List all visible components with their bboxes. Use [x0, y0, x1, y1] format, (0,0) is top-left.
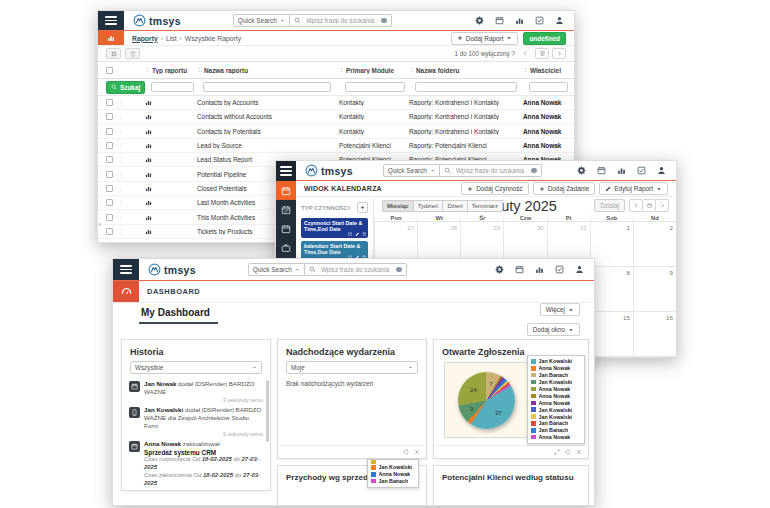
row-checkbox[interactable]: [106, 128, 113, 135]
menu-icon[interactable]: [113, 259, 139, 280]
tmsys-logo[interactable]: tmsys: [148, 263, 196, 276]
user-icon[interactable]: [657, 166, 666, 175]
view-button-terminarz[interactable]: Terminarz: [467, 200, 503, 212]
drag-handle-icon[interactable]: ⋮: [118, 171, 124, 178]
add-activity-type-button[interactable]: [357, 202, 368, 213]
column-header[interactable]: Primary Module: [336, 67, 406, 74]
search-circle-icon[interactable]: [396, 267, 402, 273]
filter-input-1[interactable]: [151, 82, 194, 92]
filter-input-5[interactable]: [529, 82, 568, 92]
filter-input-4[interactable]: [415, 82, 517, 92]
envelope-icon[interactable]: [348, 232, 353, 237]
expand-icon[interactable]: [554, 449, 560, 455]
user-icon[interactable]: [555, 16, 564, 25]
calendar-icon[interactable]: [495, 16, 504, 25]
close-icon[interactable]: [414, 449, 420, 455]
gear-icon[interactable]: [475, 16, 484, 25]
calendar-day-cell[interactable]: 8: [590, 267, 633, 311]
drag-handle-icon[interactable]: ⋮: [118, 113, 124, 120]
history-filter-select[interactable]: Wszystkie: [130, 361, 262, 374]
calendar-day-cell[interactable]: 1: [590, 222, 633, 266]
column-header[interactable]: Właściciel: [520, 67, 574, 74]
row-checkbox[interactable]: [106, 185, 113, 192]
row-checkbox[interactable]: [106, 199, 113, 206]
report-name[interactable]: Contacts by Accounts: [194, 99, 336, 106]
row-checkbox[interactable]: [106, 214, 113, 221]
refresh-icon[interactable]: [565, 449, 571, 455]
history-item[interactable]: Anna Nowak zaktualizowałSprzedaż systemu…: [129, 440, 263, 488]
tasks-icon[interactable]: [276, 219, 296, 238]
page-next-button[interactable]: [552, 48, 566, 59]
chart-icon[interactable]: [515, 16, 524, 25]
next-month-button[interactable]: [655, 199, 669, 212]
view-button-dzień[interactable]: Dzień: [442, 200, 467, 212]
report-name[interactable]: Contacts by Potentials: [194, 128, 336, 135]
row-checkbox[interactable]: [106, 142, 113, 149]
page-select-button[interactable]: [535, 48, 549, 59]
report-name[interactable]: Contacts without Accounts: [194, 113, 336, 120]
gear-icon[interactable]: [495, 265, 504, 274]
tab-my-dashboard[interactable]: My Dashboard: [141, 307, 210, 318]
drag-handle-icon[interactable]: ⋮: [118, 99, 124, 106]
table-row[interactable]: ⋮Contacts by AccountsKontaktyRaporty: Ko…: [98, 96, 574, 110]
history-item[interactable]: Jan Nowak dodał |DSRender| BARDZO WAŻNE3…: [129, 380, 263, 406]
drag-handle-icon[interactable]: ⋮: [118, 214, 124, 221]
sidebar-collapse-icon[interactable]: [98, 221, 103, 228]
today-button[interactable]: Dzisiaj: [594, 199, 625, 212]
calendar-module-icon[interactable]: [276, 181, 296, 200]
search-circle-icon[interactable]: [531, 168, 537, 174]
pencil-icon[interactable]: [355, 232, 360, 237]
sort-icon[interactable]: [523, 67, 528, 73]
page-prev-button[interactable]: [518, 48, 532, 59]
global-search-input[interactable]: [440, 164, 542, 177]
drag-handle-icon[interactable]: ⋮: [118, 128, 124, 135]
checksquare-icon[interactable]: [637, 166, 646, 175]
quick-search-select[interactable]: Quick Search: [383, 164, 440, 177]
global-search-input[interactable]: [305, 263, 407, 276]
reports-module-icon[interactable]: [98, 31, 124, 45]
add-task-button[interactable]: Dodaj Zadanie: [533, 182, 596, 195]
briefcase-icon[interactable]: [276, 238, 296, 257]
record-link[interactable]: Sprzedaż systemu CRM: [144, 449, 263, 456]
view-button-tydzień[interactable]: Tydzień: [413, 200, 444, 212]
activity-type-card[interactable]: Czynności Start Date & Time,End Date: [301, 218, 368, 238]
global-search-input[interactable]: [290, 14, 392, 27]
add-report-button[interactable]: Dodaj Raport: [451, 32, 519, 45]
chart-icon[interactable]: [617, 166, 626, 175]
undefined-button[interactable]: undefined: [523, 32, 566, 45]
events-filter-select[interactable]: Moje: [286, 361, 418, 374]
select-all-checkbox[interactable]: [106, 67, 113, 74]
refresh-icon[interactable]: [403, 449, 409, 455]
calendar-icon[interactable]: [515, 265, 524, 274]
drag-handle-icon[interactable]: ⋮: [118, 228, 124, 235]
drag-handle-icon[interactable]: ⋮: [118, 199, 124, 206]
column-header[interactable]: Nazwa folderu: [406, 67, 520, 74]
column-header[interactable]: Nazwa raportu: [194, 67, 336, 74]
trash-icon[interactable]: [362, 232, 367, 237]
row-checkbox[interactable]: [106, 99, 113, 106]
drag-handle-icon[interactable]: ⋮: [118, 142, 124, 149]
events-icon[interactable]: [276, 200, 296, 219]
table-row[interactable]: ⋮Lead by SourcePotencjalni KlienciRaport…: [98, 139, 574, 153]
column-header[interactable]: Typ raportu: [142, 67, 194, 74]
calendar-day-cell[interactable]: 15: [590, 312, 633, 356]
calendar-day-cell[interactable]: 16: [633, 312, 676, 356]
calendar-day-cell[interactable]: 9: [633, 267, 676, 311]
filter-input-2[interactable]: [203, 82, 331, 92]
add-activity-button[interactable]: Dodaj Czynność: [461, 182, 529, 195]
filter-input-3[interactable]: [345, 82, 405, 92]
checksquare-icon[interactable]: [555, 265, 564, 274]
search-circle-icon[interactable]: [381, 18, 387, 24]
row-checkbox[interactable]: [106, 156, 113, 163]
sort-icon[interactable]: [409, 67, 414, 73]
drag-handle-icon[interactable]: ⋮: [118, 185, 124, 192]
tmsys-logo[interactable]: tmsys: [305, 164, 353, 177]
delete-button[interactable]: [125, 48, 140, 59]
month-picker-button[interactable]: [642, 199, 656, 212]
gear-icon[interactable]: [577, 166, 586, 175]
search-button[interactable]: Szukaj: [106, 81, 145, 94]
tmsys-logo[interactable]: tmsys: [133, 14, 181, 27]
user-icon[interactable]: [575, 265, 584, 274]
scrollbar[interactable]: [266, 380, 270, 442]
checksquare-icon[interactable]: [535, 16, 544, 25]
